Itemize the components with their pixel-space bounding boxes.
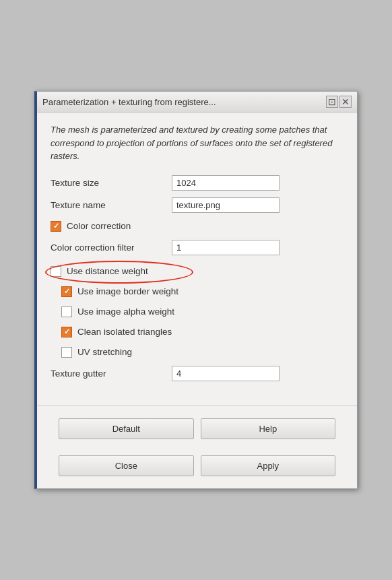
button-row-1: Default Help — [48, 413, 346, 445]
use-distance-weight-row: Use distance weight — [51, 265, 344, 278]
close-icon: ✕ — [341, 96, 350, 107]
use-image-border-weight-row: Use image border weight — [51, 285, 344, 298]
button-row-2: Close Apply — [48, 450, 346, 482]
texture-name-label: Texture name — [51, 200, 172, 210]
default-button[interactable]: Default — [59, 418, 194, 439]
form-section: Texture size Texture name Color correcti… — [51, 175, 344, 381]
use-distance-weight-label: Use distance weight — [67, 266, 148, 276]
texture-gutter-label: Texture gutter — [51, 368, 172, 379]
uv-stretching-row: UV stretching — [51, 346, 344, 359]
clean-isolated-triangles-checkbox[interactable] — [61, 327, 72, 337]
dialog-window: Parameterization + texturing from regist… — [34, 91, 358, 489]
title-bar: Parameterization + texturing from regist… — [37, 92, 357, 112]
use-image-alpha-weight-checkbox[interactable] — [61, 307, 72, 317]
restore-button[interactable]: ⊡ — [326, 96, 338, 108]
clean-isolated-triangles-row: Clean isolated triangles — [51, 325, 344, 339]
title-bar-buttons: ⊡ ✕ — [326, 96, 352, 108]
description-text: The mesh is parameterized and textured b… — [51, 123, 344, 163]
texture-size-input[interactable] — [172, 175, 280, 191]
use-image-alpha-weight-row: Use image alpha weight — [51, 305, 344, 319]
restore-icon: ⊡ — [328, 96, 336, 107]
texture-name-row: Texture name — [51, 197, 344, 213]
help-button[interactable]: Help — [201, 418, 336, 439]
texture-gutter-input[interactable] — [172, 366, 280, 381]
use-image-border-weight-checkbox[interactable] — [61, 286, 72, 297]
uv-stretching-label: UV stretching — [77, 347, 132, 357]
color-correction-filter-input[interactable] — [172, 240, 280, 255]
dialog-title: Parameterization + texturing from regist… — [42, 97, 216, 107]
color-correction-row: Color correction — [51, 220, 344, 233]
close-button-bottom[interactable]: Close — [59, 455, 194, 476]
dialog-content: The mesh is parameterized and textured b… — [37, 112, 357, 406]
color-correction-filter-label: Color correction filter — [51, 243, 172, 253]
use-distance-weight-checkbox[interactable] — [51, 266, 61, 277]
use-image-border-weight-label: Use image border weight — [77, 286, 178, 296]
uv-stretching-checkbox[interactable] — [61, 347, 72, 358]
use-image-alpha-weight-label: Use image alpha weight — [77, 307, 174, 317]
texture-name-input[interactable] — [172, 197, 280, 213]
color-correction-checkbox[interactable] — [51, 221, 61, 232]
apply-button[interactable]: Apply — [201, 455, 336, 476]
clean-isolated-triangles-label: Clean isolated triangles — [77, 327, 172, 337]
texture-size-label: Texture size — [51, 178, 172, 188]
texture-gutter-row: Texture gutter — [51, 366, 344, 381]
close-button[interactable]: ✕ — [339, 96, 352, 108]
color-correction-filter-row: Color correction filter — [51, 240, 344, 255]
texture-size-row: Texture size — [51, 175, 344, 191]
color-correction-label: Color correction — [67, 221, 131, 231]
buttons-section: Default Help Close Apply — [37, 406, 357, 488]
